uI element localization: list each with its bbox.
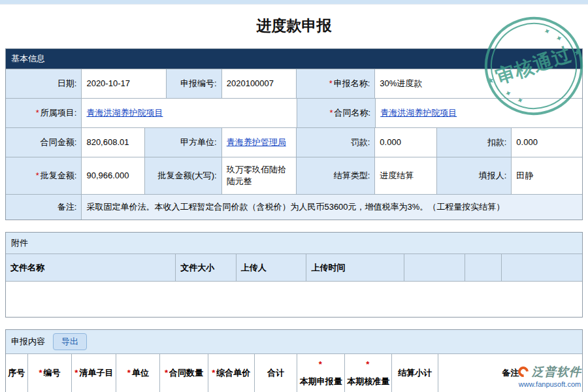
column-header-text: 序号	[8, 367, 25, 379]
field-label-text: 罚款:	[351, 137, 370, 148]
required-asterisk: *	[36, 170, 39, 182]
field-label-text: 结算类型:	[334, 170, 370, 182]
field-value-text: 0.000	[380, 137, 401, 148]
column-header-text: 本期核准量	[347, 376, 389, 387]
contract-name-link[interactable]: 青海洪湖养护院项目	[380, 107, 457, 119]
basic-info-section: 基本信息 日期: 2020-10-17 申报编号: 2020100007 * 申…	[5, 48, 583, 220]
remark-value: 采取固定单价法。本收入工程暂定合同价款（含税价）为人民币53600元，增值税率为…	[82, 195, 582, 220]
field-label-text: 批复金额(大写):	[157, 170, 216, 182]
party-a-value: 青海养护管理局	[222, 128, 297, 157]
approved-words-value: 玖万零玖佰陆拾陆元整	[222, 157, 297, 194]
brand-website[interactable]: www.fanpusoft.com	[518, 380, 581, 388]
fanpu-branding: 泛普软件 www.fanpusoft.com	[518, 364, 581, 388]
field-label-text: 甲方单位:	[180, 137, 217, 148]
field-label-text: 合同金额:	[41, 137, 77, 148]
approved-words-label: 批复金额(大写):	[145, 157, 221, 194]
basic-info-row-4: * 批复金额: 90,966.000 批复金额(大写): 玖万零玖佰陆拾陆元整 …	[6, 157, 582, 195]
contract-amount-value: 820,608.01	[82, 128, 145, 157]
col-file-name: 文件名称	[6, 254, 176, 282]
required-asterisk: *	[212, 367, 215, 379]
attachments-empty-area	[6, 282, 582, 317]
col-unit-price: * 综合单价	[208, 354, 255, 392]
contract-name-label: * 合同名称:	[297, 99, 376, 127]
attachments-header: 附件	[6, 233, 582, 254]
col-upload-time: 上传时间	[306, 254, 404, 282]
required-asterisk: *	[330, 107, 333, 119]
field-value-text: 2020-10-17	[86, 78, 130, 90]
field-label-text: 申报编号:	[180, 78, 217, 90]
field-value-text: 0.000	[516, 137, 538, 148]
project-field-value: 青海洪湖养护院项目	[82, 99, 297, 127]
settlement-type-label: 结算类型:	[297, 157, 375, 194]
basic-info-row-2: * 所属项目: 青海洪湖养护院项目 * 合同名称: 青海洪湖养护院项目	[6, 99, 582, 128]
basic-info-row-1: 日期: 2020-10-17 申报编号: 2020100007 * 申报名称: …	[6, 69, 582, 99]
column-header-text: 上传时间	[311, 262, 345, 274]
required-asterisk: *	[39, 367, 42, 379]
project-link[interactable]: 青海洪湖养护院项目	[86, 107, 163, 119]
fanpu-logo-icon	[516, 365, 531, 380]
party-a-label: 甲方单位:	[145, 128, 221, 157]
declaration-no-value: 2020100007	[222, 69, 297, 98]
party-a-link[interactable]: 青海养护管理局	[227, 137, 286, 148]
required-asterisk: *	[74, 367, 78, 379]
col-contract-qty: * 合同数量	[160, 354, 208, 392]
field-value-text: 采取固定单价法。本收入工程暂定合同价款（含税价）为人民币53600元，增值税率为…	[86, 201, 504, 213]
field-value-text: 玖万零玖佰陆拾陆元整	[227, 164, 292, 187]
col-empty-1	[404, 254, 465, 282]
field-value-text: 田静	[516, 170, 533, 182]
field-value-text: 90,966.000	[86, 170, 129, 182]
column-header-text: 结算小计	[398, 367, 432, 379]
preparer-value: 田静	[512, 157, 582, 194]
basic-info-row-5: 备注: 采取固定单价法。本收入工程暂定合同价款（含税价）为人民币53600元，增…	[6, 195, 582, 220]
column-header-text: 文件名称	[10, 262, 44, 274]
field-label-text: 备注:	[57, 201, 77, 213]
declaration-no-label: 申报编号:	[167, 69, 222, 98]
attachments-section: 附件 文件名称 文件大小 上传人 上传时间	[5, 232, 583, 318]
penalty-value: 0.000	[375, 128, 436, 157]
basic-info-header: 基本信息	[6, 49, 582, 69]
field-label-text: 申报名称:	[334, 78, 370, 90]
declaration-title: 申报内容	[11, 336, 45, 348]
preparer-label: 填报人:	[437, 157, 512, 194]
declaration-table-header: 序号 * 编号 * 清单子目 * 单位 * 合同数量 * 综合单价 合计 * 本…	[6, 354, 582, 392]
col-declared-qty: * 本期申报量	[297, 354, 345, 392]
field-label-text: 所属项目:	[41, 107, 77, 119]
col-file-size: 文件大小	[176, 254, 237, 282]
column-header-text: 本期申报量	[300, 376, 342, 387]
declaration-name-value: 30%进度款	[375, 69, 582, 98]
declaration-section: 申报内容 导出 序号 * 编号 * 清单子目 * 单位 * 合同数量 * 综合单…	[5, 329, 583, 392]
deduction-label: 扣款:	[437, 128, 512, 157]
col-empty-2	[465, 254, 502, 282]
project-field-label: * 所属项目:	[6, 99, 82, 127]
settlement-type-value: 进度结算	[375, 157, 436, 194]
column-header-text: 合同数量	[169, 367, 203, 379]
field-label-text: 填报人:	[479, 170, 507, 182]
contract-amount-label: 合同金额:	[6, 128, 82, 157]
export-button[interactable]: 导出	[53, 333, 87, 350]
deduction-value: 0.000	[512, 128, 582, 157]
col-unit: * 单位	[116, 354, 160, 392]
field-label-text: 日期:	[57, 78, 77, 90]
column-header-text: 清单子目	[79, 367, 113, 379]
required-asterisk: *	[165, 367, 168, 379]
column-header-text: 综合单价	[216, 367, 250, 379]
col-seq: 序号	[6, 354, 28, 392]
column-header-text: 单位	[132, 367, 149, 379]
declaration-name-label: * 申报名称:	[297, 69, 375, 98]
col-list-item: * 清单子目	[72, 354, 116, 392]
brand-name: 泛普软件	[532, 364, 581, 380]
column-header-text: 编号	[44, 367, 61, 379]
column-header-text: 文件大小	[180, 262, 214, 274]
required-asterisk: *	[319, 359, 322, 370]
column-header-text: 备注	[502, 367, 519, 379]
col-settlement-subtotal: 结算小计	[392, 354, 438, 392]
penalty-label: 罚款:	[297, 128, 375, 157]
basic-info-row-3: 合同金额: 820,608.01 甲方单位: 青海养护管理局 罚款: 0.000…	[6, 128, 582, 157]
column-header-text: 上传人	[241, 262, 267, 274]
field-value-text: 2020100007	[227, 78, 274, 90]
field-value-text: 30%进度款	[380, 78, 422, 90]
col-empty-3	[502, 254, 582, 282]
date-field-value: 2020-10-17	[82, 69, 167, 98]
column-header-text: 合计	[267, 367, 284, 379]
required-asterisk: *	[366, 359, 369, 370]
